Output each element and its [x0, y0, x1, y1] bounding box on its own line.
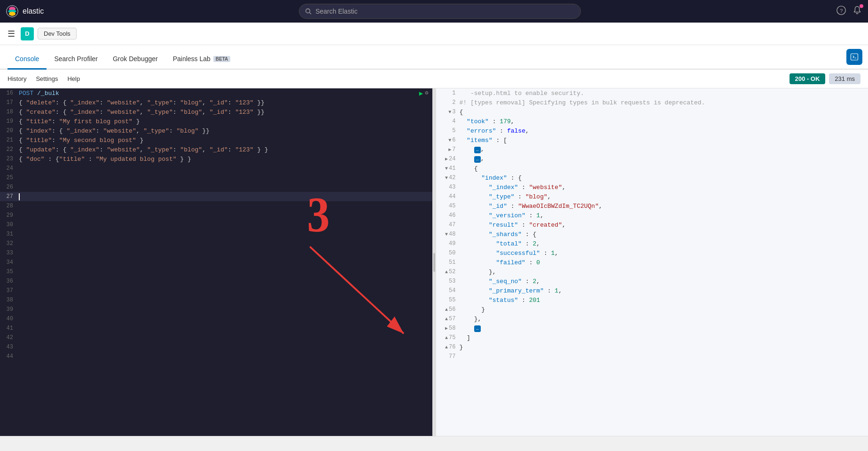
resp-line-24: ▶ 24 …, [436, 154, 868, 164]
resp-line-num-44: 44 [436, 193, 460, 200]
tab-grok-debugger[interactable]: Grok Debugger [105, 49, 165, 70]
editor-line-17: 17 { "delete": { "_index": "website", "_… [0, 98, 432, 107]
resp-line-num-77: 77 [436, 353, 460, 360]
svg-point-3 [9, 12, 16, 16]
resp-content-56: } [460, 306, 485, 313]
response-inner[interactable]: 1 -setup.html to enable security. 2 #! [… [436, 88, 868, 436]
editor-line-44: 44 [0, 352, 432, 361]
tab-search-profiler[interactable]: Search Profiler [47, 49, 105, 70]
line-number-18: 18 [0, 109, 19, 115]
resp-line-num-53: 53 [436, 278, 460, 285]
resp-content-54: "_primary_term" : 1, [460, 287, 562, 294]
help-icon[interactable]: ? [836, 5, 846, 17]
status-ok-badge: 200 - OK [790, 73, 826, 84]
resp-line-6: ▼ 6 "items" : [ [436, 135, 868, 145]
resp-line-54: 54 "_primary_term" : 1, [436, 286, 868, 295]
editor-line-18: 18 { "create": { "_index": "website", "_… [0, 107, 432, 117]
editor-line-35: 35 [0, 267, 432, 277]
resp-line-58: ▶ 58 … [436, 324, 868, 333]
line-number-16: 16 [0, 90, 19, 96]
search-placeholder: Search Elastic [315, 8, 357, 15]
resp-line-num-58: ▶ 58 [436, 325, 460, 332]
resp-line-num-48: ▼ 48 [436, 231, 460, 237]
editor-line-27[interactable]: 27 [0, 192, 432, 201]
elastic-logo-text: elastic [23, 7, 44, 16]
editor-line-20: 20 { "index": { "_index": "website", "_t… [0, 126, 432, 135]
resp-content-6: "items" : [ [460, 137, 507, 144]
resp-content-48: "_shards" : { [460, 231, 537, 238]
line-number-23: 23 [0, 156, 19, 162]
editor-line-42: 42 [0, 333, 432, 342]
copy-button-16[interactable]: ⚙ [425, 89, 428, 97]
resp-content-5: "errors" : false, [460, 127, 529, 135]
resp-content-58: … [460, 324, 481, 332]
resp-line-num-57: ▲ 57 [436, 316, 460, 322]
resp-content-45: "_id" : "WwaeOIcBWZdIm_TC2UQn", [460, 203, 602, 210]
resp-line-52: ▲ 52 }, [436, 267, 868, 277]
line-content-21: { "title": "My second blog post" } [19, 137, 432, 144]
elastic-logo-icon [6, 5, 19, 18]
terminal-icon [850, 53, 859, 61]
resp-line-num-50: 50 [436, 250, 460, 256]
collapsed-badge-24[interactable]: … [474, 156, 481, 163]
resp-line-num-3: ▼ 3 [436, 109, 460, 115]
svg-line-5 [310, 13, 312, 15]
notification-badge[interactable] [852, 5, 862, 17]
second-bar: ☰ D Dev Tools [0, 23, 868, 45]
resp-line-num-55: 55 [436, 297, 460, 303]
resp-line-3: ▼ 3 { [436, 107, 868, 117]
resp-line-num-49: 49 [436, 240, 460, 247]
line-content-19: { "title": "My first blog post" } [19, 118, 432, 125]
hamburger-button[interactable]: ☰ [6, 27, 17, 41]
resp-line-1: 1 -setup.html to enable security. [436, 88, 868, 98]
line-number-21: 21 [0, 137, 19, 143]
resp-line-num-6: ▼ 6 [436, 137, 460, 143]
response-pane[interactable]: 1 -setup.html to enable security. 2 #! [… [436, 88, 868, 436]
line-content-22: { "update": { "_index": "website", "_typ… [19, 146, 432, 153]
resp-line-num-54: 54 [436, 287, 460, 294]
status-time-badge: 231 ms [829, 73, 860, 84]
dev-tools-button[interactable]: Dev Tools [38, 28, 77, 40]
resp-line-4: 4 "took" : 179, [436, 117, 868, 126]
sub-menu-bar: History Settings Help 200 - OK 231 ms [0, 70, 868, 88]
editor-inner[interactable]: 16 POST /_bulk ▶ ⚙ 17 { "delete": { "_in… [0, 88, 432, 436]
tab-console[interactable]: Console [8, 49, 47, 70]
resp-content-24: …, [460, 155, 485, 163]
user-avatar[interactable]: D [21, 27, 34, 40]
editor-line-32: 32 [0, 239, 432, 248]
line-number-22: 22 [0, 146, 19, 153]
collapsed-badge-7[interactable]: … [474, 147, 481, 153]
resp-content-42: "index" : { [460, 174, 522, 182]
top-bar: elastic Search Elastic ? [0, 0, 868, 23]
help-menu-item[interactable]: Help [67, 75, 80, 82]
resp-line-56: ▲ 56 } [436, 305, 868, 314]
history-menu-item[interactable]: History [8, 75, 26, 82]
resp-line-2: 2 #! [types removal] Specifying types in… [436, 98, 868, 107]
pane-divider[interactable] [432, 88, 436, 436]
collapsed-badge-58[interactable]: … [474, 325, 481, 332]
editor-line-28: 28 [0, 201, 432, 211]
svg-point-4 [306, 9, 310, 13]
editor-line-34: 34 [0, 258, 432, 267]
resp-line-53: 53 "_seq_no" : 2, [436, 277, 868, 286]
line-number-26: 26 [0, 184, 19, 190]
editor-line-16: 16 POST /_bulk ▶ ⚙ [0, 88, 432, 98]
global-search-bar[interactable]: Search Elastic [299, 4, 581, 19]
run-button-16[interactable]: ▶ [419, 89, 423, 97]
editor-pane[interactable]: 16 POST /_bulk ▶ ⚙ 17 { "delete": { "_in… [0, 88, 432, 436]
settings-menu-item[interactable]: Settings [36, 75, 58, 82]
resp-line-num-75: ▲ 75 [436, 334, 460, 341]
resp-line-num-5: 5 [436, 127, 460, 134]
resp-line-num-52: ▲ 52 [436, 269, 460, 275]
line-content-18: { "create": { "_index": "website", "_typ… [19, 109, 432, 116]
editor-line-21: 21 { "title": "My second blog post" } [0, 135, 432, 145]
line-number-20: 20 [0, 127, 19, 134]
corner-action-button[interactable] [846, 49, 862, 65]
resp-line-num-42: ▼ 42 [436, 174, 460, 181]
resp-content-7: …, [460, 146, 485, 153]
search-icon [305, 8, 312, 15]
resp-line-num-1: 1 [436, 90, 460, 96]
elastic-logo[interactable]: elastic [6, 5, 44, 18]
tab-painless-lab[interactable]: Painless Lab BETA [165, 49, 238, 70]
resp-line-51: 51 "failed" : 0 [436, 258, 868, 267]
